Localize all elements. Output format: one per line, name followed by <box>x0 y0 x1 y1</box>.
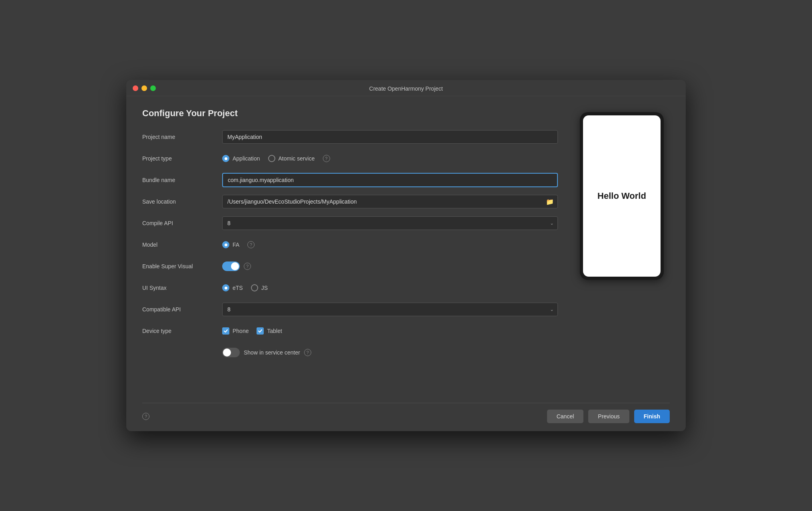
finish-button[interactable]: Finish <box>634 410 670 423</box>
project-type-control: Application Atomic service ? <box>222 155 558 162</box>
save-location-row: Save location 📁 <box>142 194 558 209</box>
radio-ets-label: eTS <box>233 285 243 291</box>
compile-api-select[interactable]: 8 9 10 <box>222 216 558 230</box>
form-section: Configure Your Project Project name Proj… <box>142 108 558 395</box>
footer: ? Cancel Previous Finish <box>126 403 686 431</box>
bundle-name-input[interactable] <box>222 173 558 187</box>
model-row: Model FA ? <box>142 238 558 252</box>
show-service-toggle-thumb <box>223 349 231 357</box>
show-service-help-icon[interactable]: ? <box>304 349 311 356</box>
project-name-row: Project name <box>142 130 558 144</box>
project-name-control <box>222 130 558 144</box>
radio-js[interactable]: JS <box>251 284 268 291</box>
folder-browse-icon[interactable]: 📁 <box>546 198 554 206</box>
footer-left: ? <box>142 413 149 420</box>
show-service-control: Show in service center ? <box>222 348 558 357</box>
model-control: FA ? <box>222 241 558 248</box>
device-phone-label: Phone <box>233 328 249 334</box>
super-visual-help-icon[interactable]: ? <box>244 263 251 270</box>
compile-api-control: 8 9 10 ⌄ <box>222 216 558 230</box>
radio-fa-circle <box>222 241 229 248</box>
radio-fa-model[interactable]: FA <box>222 241 239 248</box>
radio-fa-label: FA <box>233 242 239 248</box>
hello-world-text: Hello World <box>597 191 646 201</box>
radio-application-circle <box>222 155 229 162</box>
ui-syntax-row: UI Syntax eTS JS <box>142 281 558 295</box>
radio-application-label: Application <box>233 155 260 162</box>
device-tablet-option[interactable]: Tablet <box>257 327 282 335</box>
page-title: Configure Your Project <box>142 108 558 119</box>
bundle-name-control <box>222 173 558 187</box>
radio-ets-circle <box>222 284 229 291</box>
compatible-api-select[interactable]: 8 9 10 <box>222 303 558 316</box>
ui-syntax-control: eTS JS <box>222 284 558 291</box>
device-type-label: Device type <box>142 328 222 334</box>
project-type-radio-group: Application Atomic service ? <box>222 155 558 162</box>
enable-super-visual-control: ? <box>222 261 558 271</box>
project-type-label: Project type <box>142 155 222 162</box>
device-type-row: Device type Phone <box>142 324 558 338</box>
project-type-help-icon[interactable]: ? <box>323 155 330 162</box>
phone-screen: Hello World <box>583 115 661 277</box>
device-phone-checkbox[interactable] <box>222 327 229 335</box>
device-type-control: Phone Tablet <box>222 327 558 335</box>
radio-js-circle <box>251 284 258 291</box>
save-location-label: Save location <box>142 198 222 205</box>
device-type-options: Phone Tablet <box>222 327 558 335</box>
enable-super-visual-label: Enable Super Visual <box>142 263 222 269</box>
device-tablet-label: Tablet <box>267 328 282 334</box>
show-service-label: Show in service center <box>244 349 300 356</box>
save-location-wrap: 📁 <box>222 195 558 208</box>
previous-button[interactable]: Previous <box>588 410 629 423</box>
ui-syntax-radio-group: eTS JS <box>222 284 558 291</box>
show-service-toggle[interactable] <box>222 348 240 357</box>
project-name-input[interactable] <box>222 130 558 144</box>
show-service-row: Show in service center ? <box>142 345 558 360</box>
model-help-icon[interactable]: ? <box>247 241 255 248</box>
project-name-label: Project name <box>142 134 222 140</box>
save-location-control: 📁 <box>222 195 558 208</box>
toggle-thumb <box>231 262 239 270</box>
title-bar: Create OpenHarmony Project <box>126 80 686 96</box>
compatible-api-select-wrap: 8 9 10 ⌄ <box>222 303 558 316</box>
minimize-button[interactable] <box>141 85 147 91</box>
model-radio-group: FA ? <box>222 241 558 248</box>
compatible-api-row: Compatible API 8 9 10 ⌄ <box>142 302 558 317</box>
footer-help-icon[interactable]: ? <box>142 413 149 420</box>
save-location-input[interactable] <box>222 195 558 208</box>
preview-section: Hello World <box>574 108 670 395</box>
ui-syntax-label: UI Syntax <box>142 285 222 291</box>
phone-preview: Hello World <box>580 112 664 280</box>
maximize-button[interactable] <box>150 85 156 91</box>
compile-api-label: Compile API <box>142 220 222 226</box>
window-title: Create OpenHarmony Project <box>369 85 443 92</box>
bundle-name-label: Bundle name <box>142 177 222 183</box>
compatible-api-control: 8 9 10 ⌄ <box>222 303 558 316</box>
device-phone-option[interactable]: Phone <box>222 327 249 335</box>
radio-atomic-service-label: Atomic service <box>279 155 315 162</box>
compatible-api-label: Compatible API <box>142 306 222 313</box>
content-area: Configure Your Project Project name Proj… <box>126 96 686 403</box>
compile-api-select-wrap: 8 9 10 ⌄ <box>222 216 558 230</box>
main-window: Create OpenHarmony Project Configure You… <box>126 80 686 431</box>
footer-right: Cancel Previous Finish <box>547 410 670 423</box>
radio-atomic-service-circle <box>268 155 275 162</box>
enable-super-visual-toggle-wrap: ? <box>222 261 558 271</box>
radio-ets[interactable]: eTS <box>222 284 243 291</box>
traffic-lights <box>133 85 156 91</box>
bundle-name-row: Bundle name <box>142 173 558 187</box>
enable-super-visual-row: Enable Super Visual ? <box>142 259 558 273</box>
compile-api-row: Compile API 8 9 10 ⌄ <box>142 216 558 230</box>
radio-application[interactable]: Application <box>222 155 260 162</box>
radio-js-label: JS <box>261 285 268 291</box>
enable-super-visual-toggle[interactable] <box>222 261 240 271</box>
radio-atomic-service[interactable]: Atomic service <box>268 155 315 162</box>
project-type-row: Project type Application Atomic service <box>142 151 558 166</box>
model-label: Model <box>142 242 222 248</box>
close-button[interactable] <box>133 85 138 91</box>
device-tablet-checkbox[interactable] <box>257 327 264 335</box>
cancel-button[interactable]: Cancel <box>547 410 584 423</box>
show-service-toggle-wrap: Show in service center ? <box>222 348 558 357</box>
